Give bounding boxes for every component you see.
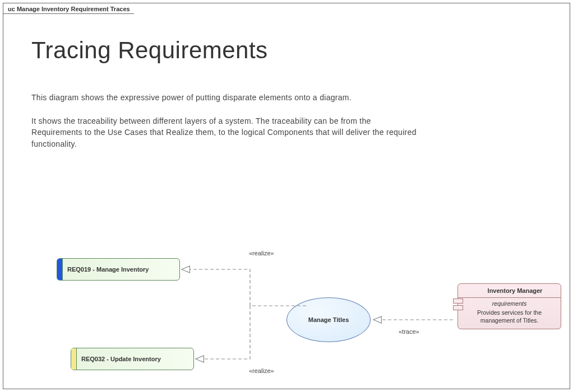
component-inventory-manager[interactable]: Inventory Manager requirements Provides … [458,283,561,329]
connector-label-realize-2: «realize» [249,367,274,374]
diagram-heading: Tracing Requirements [31,37,268,64]
description-paragraph: It shows the traceability between differ… [31,115,424,150]
requirement-req019[interactable]: REQ019 - Manage Inventory [57,258,180,281]
requirement-req032[interactable]: REQ032 - Update Inventory [71,348,194,370]
diagram-frame: uc Manage Inventory Requirement Traces T… [3,3,570,389]
connector-realize-req032 [196,306,250,359]
requirement-label: REQ019 - Manage Inventory [63,266,149,273]
requirement-label: REQ032 - Update Inventory [77,356,161,362]
requirement-color-bar [57,259,63,280]
component-name: Inventory Manager [458,284,561,297]
connector-realize-req019 [182,269,306,306]
usecase-manage-titles[interactable]: Manage Titles [286,297,371,342]
connector-label-realize-1: «realize» [249,250,274,256]
component-section-label: requirements [458,298,561,308]
description-line-1: This diagram shows the expressive power … [31,93,352,102]
connector-label-trace: «trace» [399,328,419,335]
requirement-color-bar [71,348,77,370]
component-body-text: Provides services for the management of … [458,308,561,329]
usecase-label: Manage Titles [308,316,349,323]
component-icon [453,298,463,312]
frame-title-tab: uc Manage Inventory Requirement Traces [3,3,141,14]
